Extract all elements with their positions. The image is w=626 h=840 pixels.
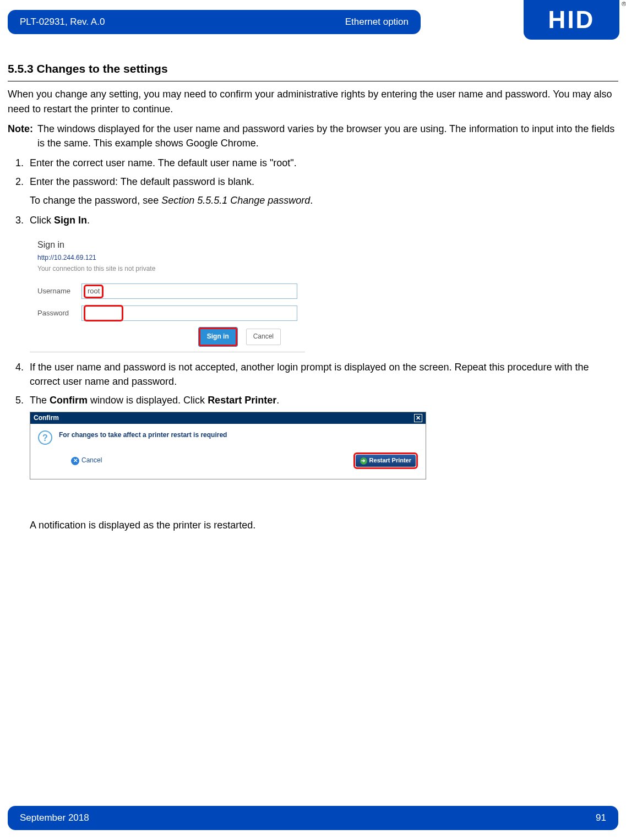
restart-label: Restart Printer	[369, 456, 411, 465]
footer-bar: September 2018 91	[8, 806, 618, 830]
close-icon[interactable]: ✕	[414, 414, 422, 422]
step3-a: Click	[30, 215, 54, 226]
doc-id: PLT-02931, Rev. A.0	[20, 15, 105, 29]
note: Note: The windows displayed for the user…	[8, 122, 618, 150]
signin-button-row: Sign in Cancel	[37, 328, 297, 346]
question-icon: ?	[38, 430, 52, 445]
signin-warning: Your connection to this site is not priv…	[37, 264, 297, 274]
restart-button-highlight: ➔ Restart Printer	[353, 452, 418, 469]
arrow-right-icon: ➔	[360, 457, 367, 465]
logo: HID	[524, 0, 619, 40]
step2-sub-c: .	[310, 195, 313, 206]
step-5: The Confirm window is displayed. Click R…	[8, 393, 618, 407]
step5-a: The	[30, 395, 50, 406]
step3-b: Sign In	[54, 215, 87, 226]
step5-b: Confirm	[50, 395, 88, 406]
steps-list-cont: Click Sign In.	[8, 213, 618, 227]
note-label: Note:	[8, 122, 33, 150]
password-highlight	[84, 305, 123, 321]
intro-paragraph: When you change any setting, you may nee…	[8, 87, 618, 116]
section-heading: 5.5.3 Changes to the settings	[8, 61, 618, 77]
footer-page: 91	[596, 811, 606, 825]
content: 5.5.3 Changes to the settings When you c…	[8, 61, 618, 537]
logo-text: HID	[548, 2, 595, 37]
step-3: Click Sign In.	[8, 213, 618, 227]
steps-list: Enter the correct user name. The default…	[8, 156, 618, 189]
signin-button[interactable]: Sign in	[199, 328, 237, 346]
restart-printer-button[interactable]: ➔ Restart Printer	[356, 455, 416, 467]
step2-sub-ref: Section 5.5.5.1 Change password	[161, 195, 310, 206]
step5-c: window is displayed. Click	[88, 395, 208, 406]
confirm-titlebar: Confirm ✕	[30, 412, 426, 424]
step3-c: .	[87, 215, 90, 226]
step5-d: Restart Printer	[208, 395, 276, 406]
step-4: If the user name and password is not acc…	[8, 360, 618, 389]
confirm-body: ? For changes to take affect a printer r…	[30, 424, 426, 479]
signin-cancel-button[interactable]: Cancel	[246, 329, 281, 345]
confirm-title: Confirm	[34, 413, 59, 423]
steps-list-cont2: If the user name and password is not acc…	[8, 360, 618, 407]
step5-e: .	[276, 395, 279, 406]
registered-mark: ®	[622, 0, 626, 9]
step-1: Enter the correct user name. The default…	[8, 156, 618, 170]
username-label: Username	[37, 286, 81, 297]
signin-url: http://10.244.69.121	[37, 253, 297, 263]
signin-dialog: Sign in http://10.244.69.121 Your connec…	[30, 232, 305, 352]
section-name: Ethernet option	[345, 15, 409, 29]
header-bar: PLT-02931, Rev. A.0 Ethernet option	[8, 10, 421, 34]
confirm-message-row: ? For changes to take affect a printer r…	[38, 430, 418, 445]
confirm-dialog: Confirm ✕ ? For changes to take affect a…	[30, 412, 426, 479]
step2-sub-a: To change the password, see	[30, 195, 161, 206]
username-highlight: root	[84, 285, 104, 298]
password-input[interactable]	[81, 306, 297, 321]
username-row: Username root	[37, 283, 297, 299]
footer-date: September 2018	[20, 811, 89, 825]
step-2: Enter the password: The default password…	[8, 174, 618, 189]
after-confirm-text: A notification is displayed as the print…	[8, 518, 618, 532]
heading-underline	[8, 81, 618, 81]
step-2-sub: To change the password, see Section 5.5.…	[8, 193, 618, 208]
username-input[interactable]: root	[81, 283, 297, 299]
note-text: The windows displayed for the user name …	[37, 122, 618, 150]
password-row: Password	[37, 306, 297, 321]
confirm-cancel-label: Cancel	[81, 456, 102, 465]
password-label: Password	[37, 308, 81, 319]
confirm-button-row: ✕ Cancel ➔ Restart Printer	[38, 452, 418, 469]
signin-title: Sign in	[37, 238, 297, 251]
confirm-message: For changes to take affect a printer res…	[59, 430, 227, 440]
cancel-x-icon: ✕	[71, 457, 79, 465]
confirm-cancel-button[interactable]: ✕ Cancel	[71, 456, 102, 465]
